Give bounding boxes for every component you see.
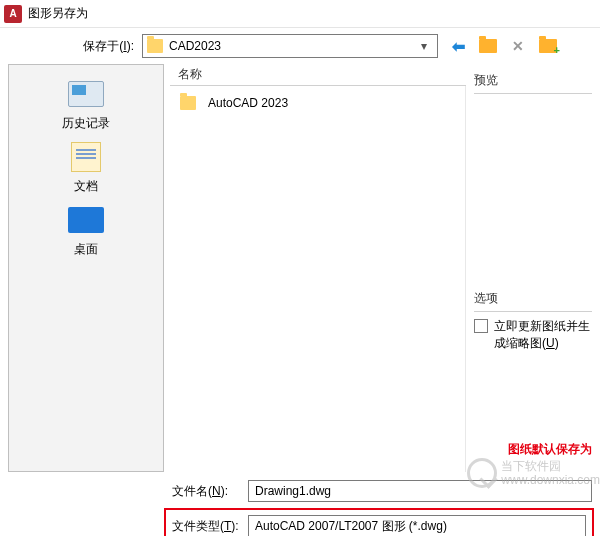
file-list[interactable]: AutoCAD 2023 — [170, 86, 466, 472]
up-folder-button[interactable] — [478, 36, 498, 56]
filetype-label: 文件类型(T): — [172, 518, 248, 535]
options-header: 选项 — [474, 286, 592, 312]
folder-up-icon — [479, 39, 497, 53]
close-icon: ✕ — [512, 38, 524, 54]
nav-toolbar: ⬅ ✕ — [448, 36, 558, 56]
folder-new-icon — [539, 39, 557, 53]
chevron-down-icon: ▾ — [415, 39, 433, 53]
new-folder-button[interactable] — [538, 36, 558, 56]
arrow-left-icon: ⬅ — [452, 37, 465, 56]
main-area: 历史记录 文档 桌面 名称 AutoCAD 2023 预览 选项 立即更新图纸并… — [0, 64, 600, 472]
filetype-value: AutoCAD 2007/LT2007 图形 (*.dwg) — [255, 518, 447, 535]
preview-header: 预览 — [474, 68, 592, 94]
filetype-dropdown[interactable]: AutoCAD 2007/LT2007 图形 (*.dwg) — [248, 515, 586, 536]
right-panel: 预览 选项 立即更新图纸并生成缩略图(U) 图纸默认保存为 — [466, 64, 600, 472]
filename-label: 文件名(N): — [172, 483, 248, 500]
checkbox-icon[interactable] — [474, 319, 488, 333]
sidebar-item-history[interactable]: 历史记录 — [9, 77, 163, 132]
save-in-dropdown[interactable]: CAD2023 ▾ — [142, 34, 438, 58]
column-header-name[interactable]: 名称 — [170, 64, 466, 86]
sidebar-item-label: 桌面 — [74, 241, 98, 258]
folder-icon — [180, 96, 196, 110]
delete-button[interactable]: ✕ — [508, 36, 528, 56]
documents-icon — [66, 140, 106, 174]
save-in-row: 保存于(I): CAD2023 ▾ ⬅ ✕ — [0, 28, 600, 64]
history-icon — [66, 77, 106, 111]
app-icon: A — [4, 5, 22, 23]
list-item[interactable]: AutoCAD 2023 — [176, 92, 459, 114]
back-button[interactable]: ⬅ — [448, 36, 468, 56]
title-bar: A 图形另存为 — [0, 0, 600, 28]
sidebar-item-label: 文档 — [74, 178, 98, 195]
sidebar-item-desktop[interactable]: 桌面 — [9, 203, 163, 258]
desktop-icon — [66, 203, 106, 237]
filename-value: Drawing1.dwg — [255, 484, 331, 498]
update-thumb-option[interactable]: 立即更新图纸并生成缩略图(U) — [474, 318, 592, 352]
filename-input[interactable]: Drawing1.dwg — [248, 480, 592, 502]
save-in-label: 保存于(I): — [50, 38, 142, 55]
folder-icon — [147, 39, 163, 53]
file-name: AutoCAD 2023 — [208, 96, 288, 110]
update-thumb-label: 立即更新图纸并生成缩略图(U) — [494, 318, 592, 352]
filename-row: 文件名(N): Drawing1.dwg — [0, 472, 600, 506]
filetype-highlight: 文件类型(T): AutoCAD 2007/LT2007 图形 (*.dwg) — [164, 508, 594, 536]
current-folder-name: CAD2023 — [169, 39, 221, 53]
places-sidebar: 历史记录 文档 桌面 — [8, 64, 164, 472]
dialog-title: 图形另存为 — [28, 5, 88, 22]
sidebar-item-label: 历史记录 — [62, 115, 110, 132]
preview-area — [474, 98, 592, 278]
default-save-note: 图纸默认保存为 — [474, 431, 592, 468]
file-list-panel: 名称 AutoCAD 2023 — [170, 64, 466, 472]
sidebar-item-documents[interactable]: 文档 — [9, 140, 163, 195]
